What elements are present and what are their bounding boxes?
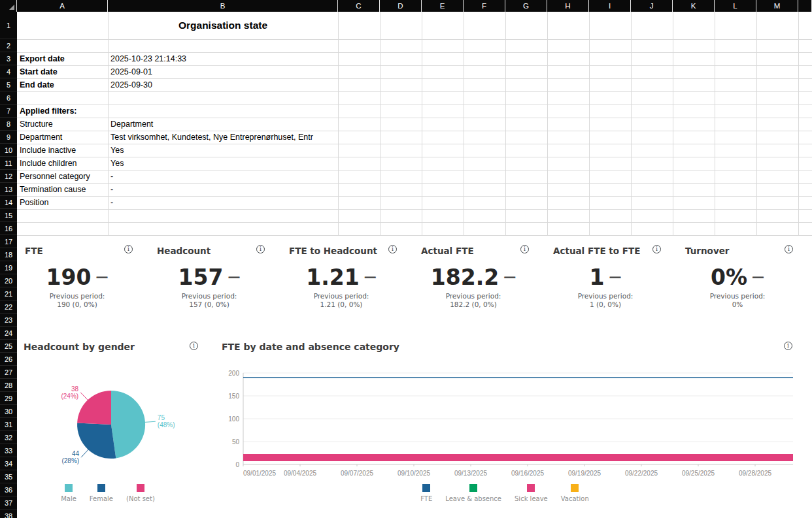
row-header-20[interactable]: 20 (0, 274, 17, 287)
kpi-title: FTE to Headcount (289, 246, 377, 256)
cell-B8[interactable]: Department (110, 118, 337, 131)
cell-A10[interactable]: Include inactive (20, 144, 108, 157)
kpi-header: Actual FTE (421, 244, 526, 255)
legend-label: Leave & absence (445, 495, 501, 502)
cell-A11[interactable]: Include children (20, 157, 108, 170)
column-header-D[interactable]: D (380, 0, 422, 12)
info-icon[interactable]: i (520, 245, 529, 253)
column-header-J[interactable]: J (631, 0, 673, 12)
cell-A4[interactable]: Start date (20, 65, 108, 78)
pie-label-value: 38 (71, 385, 79, 393)
cell-B13[interactable]: - (110, 183, 337, 196)
kpi-previous-label: Previous period: (289, 292, 394, 300)
column-header-K[interactable]: K (673, 0, 715, 12)
select-all-button[interactable] (0, 0, 17, 12)
row-header-3[interactable]: 3 (0, 52, 17, 65)
cell-report-title[interactable]: Organisation state (108, 12, 338, 39)
cell-B3[interactable]: 2025-10-23 21:14:33 (110, 52, 337, 65)
row-header-38[interactable]: 38 (0, 510, 17, 518)
row-header-28[interactable]: 28 (0, 379, 17, 392)
row-header-30[interactable]: 30 (0, 405, 17, 418)
kpi-value: 182.2— (421, 263, 526, 291)
row-header-22[interactable]: 22 (0, 300, 17, 314)
column-header-I[interactable]: I (589, 0, 631, 12)
row-header-34[interactable]: 34 (0, 457, 17, 470)
column-header-G[interactable]: G (505, 0, 547, 12)
line-chart[interactable]: 05010015020009/01/202509/04/202509/07/20… (216, 363, 804, 483)
row-header-6[interactable]: 6 (0, 91, 17, 105)
cell-A13[interactable]: Termination cause (20, 183, 108, 196)
column-header-F[interactable]: F (464, 0, 505, 12)
row-header-15[interactable]: 15 (0, 209, 17, 222)
trend-flat-icon: — (752, 269, 764, 283)
cell-A8[interactable]: Structure (20, 118, 108, 131)
row-header-18[interactable]: 18 (0, 248, 17, 261)
row-header-25[interactable]: 25 (0, 340, 17, 353)
info-icon-line[interactable]: i (784, 342, 792, 350)
cell-B12[interactable]: - (110, 170, 337, 183)
row-header-12[interactable]: 12 (0, 170, 17, 183)
row-header-16[interactable]: 16 (0, 222, 17, 235)
pie-label-pct: (48%) (158, 421, 175, 429)
row-header-24[interactable]: 24 (0, 327, 17, 340)
cell-B4[interactable]: 2025-09-01 (110, 65, 337, 78)
row-header-14[interactable]: 14 (0, 196, 17, 209)
legend-swatch-female (97, 484, 105, 492)
row-header-13[interactable]: 13 (0, 183, 17, 196)
cell-B9[interactable]: Test virksomhet, Kundetest, Nye Entrepre… (110, 131, 337, 144)
cell-A3[interactable]: Export date (20, 52, 108, 65)
legend-swatch-leave-absence (469, 484, 477, 492)
row-header-23[interactable]: 23 (0, 314, 17, 327)
row-header-9[interactable]: 9 (0, 131, 17, 144)
row-header-33[interactable]: 33 (0, 444, 17, 457)
info-icon[interactable]: i (256, 245, 265, 253)
row-header-5[interactable]: 5 (0, 78, 17, 91)
info-icon[interactable]: i (388, 245, 397, 253)
info-icon-pie[interactable]: i (190, 342, 198, 350)
row-header-36[interactable]: 36 (0, 483, 17, 496)
row-header-17[interactable]: 17 (0, 235, 17, 248)
row-header-21[interactable]: 21 (0, 287, 17, 300)
pie-chart[interactable]: 75(48%)44(28%)38(24%) (20, 353, 216, 483)
column-header-L[interactable]: L (715, 0, 756, 12)
cell-A9[interactable]: Department (20, 131, 108, 144)
row-header-4[interactable]: 4 (0, 65, 17, 78)
info-icon[interactable]: i (652, 245, 661, 253)
pie-label-pct: (28%) (61, 457, 79, 464)
x-tick-label: 09/13/2025 (454, 470, 487, 477)
cell-A14[interactable]: Position (20, 196, 108, 209)
cell-B10[interactable]: Yes (110, 144, 337, 157)
row-header-2[interactable]: 2 (0, 39, 17, 52)
row-header-11[interactable]: 11 (0, 157, 17, 170)
cell-B5[interactable]: 2025-09-30 (110, 78, 337, 91)
kpi-title: FTE (25, 246, 43, 256)
cell-B11[interactable]: Yes (110, 157, 337, 170)
column-header-B[interactable]: B (108, 0, 338, 12)
column-header-C[interactable]: C (338, 0, 380, 12)
cell-A5[interactable]: End date (20, 78, 108, 91)
row-header-27[interactable]: 27 (0, 366, 17, 379)
column-header-H[interactable]: H (547, 0, 589, 12)
kpi-previous-value: 182.2 (0, 0%) (421, 300, 526, 309)
row-header-7[interactable]: 7 (0, 105, 17, 118)
column-header-A[interactable]: A (17, 0, 108, 12)
cell-A12[interactable]: Personnel category (20, 170, 108, 183)
cell-A7[interactable]: Applied filters: (20, 105, 108, 118)
x-tick-label: 09/07/2025 (341, 470, 373, 477)
info-icon[interactable]: i (785, 245, 793, 253)
row-header-26[interactable]: 26 (0, 353, 17, 366)
row-header-37[interactable]: 37 (0, 496, 17, 510)
row-header-32[interactable]: 32 (0, 431, 17, 444)
row-header-8[interactable]: 8 (0, 118, 17, 131)
column-header-E[interactable]: E (422, 0, 464, 12)
row-header-19[interactable]: 19 (0, 261, 17, 274)
info-icon[interactable]: i (124, 245, 133, 253)
row-header-1[interactable]: 1 (0, 12, 17, 39)
row-header-31[interactable]: 31 (0, 418, 17, 431)
column-header-M[interactable]: M (756, 0, 798, 12)
cell-B14[interactable]: - (110, 196, 337, 209)
row-header-35[interactable]: 35 (0, 470, 17, 483)
legend-label: (Not set) (126, 495, 155, 502)
row-header-29[interactable]: 29 (0, 392, 17, 405)
row-header-10[interactable]: 10 (0, 144, 17, 157)
